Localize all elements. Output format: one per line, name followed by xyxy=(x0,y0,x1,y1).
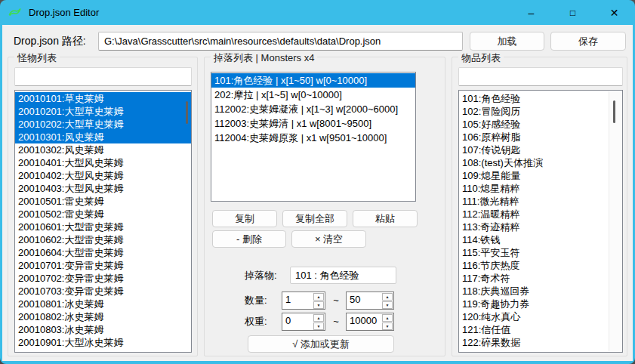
stepper-arrows: ▲ ▼ xyxy=(382,313,393,330)
weight-label: 权重: xyxy=(245,313,267,330)
window-title: Drop.json Editor xyxy=(29,7,99,18)
copy-all-button[interactable]: 复制全部 xyxy=(282,210,347,227)
item-list: 101:角色经验102:冒险阅历105:好感经验106:原粹树脂107:传说钥匙… xyxy=(458,90,623,353)
list-item[interactable]: 110:熄星精粹 xyxy=(459,182,622,195)
list-item[interactable]: 20010301:风史莱姆 xyxy=(15,131,191,143)
list-item[interactable]: 20010501:雷史莱姆 xyxy=(15,195,191,208)
weight-range-tilde: ~ xyxy=(328,313,344,331)
copy-button[interactable]: 复制 xyxy=(212,210,277,227)
arrow-up-icon[interactable]: ▲ xyxy=(382,314,393,322)
maximize-icon[interactable]: □ xyxy=(552,0,593,25)
arrow-down-icon[interactable]: ▼ xyxy=(313,301,324,309)
count-max-stepper[interactable]: 50 ▲ ▼ xyxy=(346,292,394,310)
list-item[interactable]: 112003:史莱姆清 | x1 w[8001~9500] xyxy=(211,116,415,131)
items-panel: 物品列表 101:角色经验102:冒险阅历105:好感经验106:原粹树脂107… xyxy=(452,57,627,356)
arrow-down-icon[interactable]: ▼ xyxy=(313,322,324,330)
list-item[interactable]: 20010101:草史莱姆 xyxy=(15,92,191,105)
list-item[interactable]: 20010702:变异雷史莱姆 xyxy=(15,272,191,285)
titlebar: Drop.json Editor – □ ✕ xyxy=(0,0,635,25)
list-item[interactable]: 20010202:大型草史莱姆 xyxy=(15,118,191,131)
load-button[interactable]: 加载 xyxy=(470,32,544,51)
list-item[interactable]: 20010701:变异雷史莱姆 xyxy=(15,259,191,272)
drops-panel-title: 掉落列表 | Monsters x4 xyxy=(211,51,317,65)
scrollbar-thumb[interactable] xyxy=(186,101,188,124)
list-item[interactable]: 111:微光精粹 xyxy=(459,195,622,208)
list-item[interactable]: 20010201:大型草史莱姆 xyxy=(15,105,191,118)
app-window: Drop.json Editor – □ ✕ Drop.json 路径: 加载 … xyxy=(0,0,635,364)
arrow-down-icon[interactable]: ▼ xyxy=(382,322,393,330)
stepper-arrows: ▲ ▼ xyxy=(313,313,325,330)
arrow-up-icon[interactable]: ▲ xyxy=(382,293,393,301)
list-item[interactable]: 112:温暖精粹 xyxy=(459,208,622,221)
list-item[interactable]: 108:(test)天体推演 xyxy=(459,156,622,169)
weight-max-value: 10000 xyxy=(347,313,382,330)
arrow-down-icon[interactable]: ▼ xyxy=(382,301,393,309)
drop-item-label: 掉落物: xyxy=(245,267,277,284)
list-item[interactable]: 106:原粹树脂 xyxy=(459,131,622,143)
count-max-value: 50 xyxy=(347,292,382,309)
scrollbar-track[interactable] xyxy=(609,91,621,351)
list-item[interactable]: 202:摩拉 | x[1~5] w[0~10000] xyxy=(211,88,415,102)
list-item[interactable]: 122:碎果数据 xyxy=(459,336,622,349)
path-label: Drop.json 路径: xyxy=(14,35,86,48)
list-item[interactable]: 20010403:大型风史莱姆 xyxy=(15,182,191,195)
minimize-icon[interactable]: – xyxy=(510,0,552,25)
list-item[interactable]: 20010602:大型雷史莱姆 xyxy=(15,233,191,246)
list-item[interactable]: 107:传说钥匙 xyxy=(459,143,622,156)
paste-button[interactable]: 粘贴 xyxy=(353,210,418,227)
list-item[interactable]: 20010703:变异雷史莱姆 xyxy=(15,285,191,298)
stepper-arrows: ▲ ▼ xyxy=(313,292,325,309)
monster-search-input[interactable] xyxy=(14,67,192,86)
arrow-up-icon[interactable]: ▲ xyxy=(313,293,324,301)
weight-min-value: 0 xyxy=(282,313,313,330)
list-item[interactable]: 20010604:大型雷史莱姆 xyxy=(15,246,191,259)
list-item[interactable]: 121:信任值 xyxy=(459,323,622,336)
window-controls: – □ ✕ xyxy=(510,0,635,25)
list-item[interactable]: 20010401:大型风史莱姆 xyxy=(15,156,191,169)
drops-panel: 掉落列表 | Monsters x4 101:角色经验 | x[1~50] w[… xyxy=(204,57,445,356)
list-item[interactable]: 116:节庆热度 xyxy=(459,259,622,272)
app-icon xyxy=(8,7,23,19)
list-item[interactable]: 20010302:风史莱姆 xyxy=(15,143,191,156)
list-item[interactable]: 109:熄星能量 xyxy=(459,169,622,182)
list-item[interactable]: 114:铁钱 xyxy=(459,233,622,246)
add-or-update-button[interactable]: √ 添加或更新 xyxy=(248,335,394,353)
list-item[interactable]: 101:角色经验 | x[1~50] w[0~10000] xyxy=(211,73,415,88)
list-item[interactable]: 117:奇术符 xyxy=(459,272,622,285)
list-item[interactable]: 20010502:雷史莱姆 xyxy=(15,208,191,221)
list-item[interactable]: 119:奇趣协力券 xyxy=(459,298,622,310)
count-label: 数量: xyxy=(245,292,267,309)
drop-item-input[interactable] xyxy=(290,267,396,284)
list-item[interactable]: 115:平安玉符 xyxy=(459,246,622,259)
save-button[interactable]: 保存 xyxy=(550,32,626,51)
delete-button[interactable]: - 删除 xyxy=(212,230,286,248)
count-min-stepper[interactable]: 1 ▲ ▼ xyxy=(282,292,325,310)
count-min-value: 1 xyxy=(282,292,313,309)
weight-max-stepper[interactable]: 10000 ▲ ▼ xyxy=(346,313,394,331)
list-item[interactable]: 20010402:大型风史莱姆 xyxy=(15,169,191,182)
arrow-up-icon[interactable]: ▲ xyxy=(313,314,324,322)
client-area: Drop.json 路径: 加载 保存 怪物列表 20010101:草史莱姆20… xyxy=(2,25,633,361)
list-item[interactable]: 20010802:冰史莱姆 xyxy=(15,310,191,323)
list-item[interactable]: 102:冒险阅历 xyxy=(459,105,622,118)
list-item[interactable]: 120:纯水真心 xyxy=(459,310,622,323)
clear-button[interactable]: × 清空 xyxy=(291,230,366,248)
count-range-tilde: ~ xyxy=(328,292,344,310)
close-icon[interactable]: ✕ xyxy=(593,0,635,25)
item-search-input[interactable] xyxy=(458,67,623,86)
list-item[interactable]: 20010901:大型冰史莱姆 xyxy=(15,336,191,349)
scrollbar-thumb[interactable] xyxy=(613,100,615,123)
list-item[interactable]: 113:奇迹精粹 xyxy=(459,221,622,233)
list-item[interactable]: 105:好感经验 xyxy=(459,118,622,131)
list-item[interactable]: 112004:史莱姆原浆 | x1 w[9501~10000] xyxy=(211,131,415,145)
list-item[interactable]: 20010801:冰史莱姆 xyxy=(15,298,191,310)
list-item[interactable]: 101:角色经验 xyxy=(459,92,622,105)
monsters-panel: 怪物列表 20010101:草史莱姆20010201:大型草史莱姆2001020… xyxy=(8,57,198,356)
list-item[interactable]: 20010601:大型雷史莱姆 xyxy=(15,221,191,233)
weight-min-stepper[interactable]: 0 ▲ ▼ xyxy=(282,313,325,331)
list-item[interactable]: 118:庆典巡回券 xyxy=(459,285,622,298)
list-item[interactable]: 20010803:冰史莱姆 xyxy=(15,323,191,336)
list-item[interactable]: 112002:史莱姆凝液 | x[1~3] w[2000~6000] xyxy=(211,102,415,116)
path-input[interactable] xyxy=(98,32,463,51)
stepper-arrows: ▲ ▼ xyxy=(382,292,393,309)
